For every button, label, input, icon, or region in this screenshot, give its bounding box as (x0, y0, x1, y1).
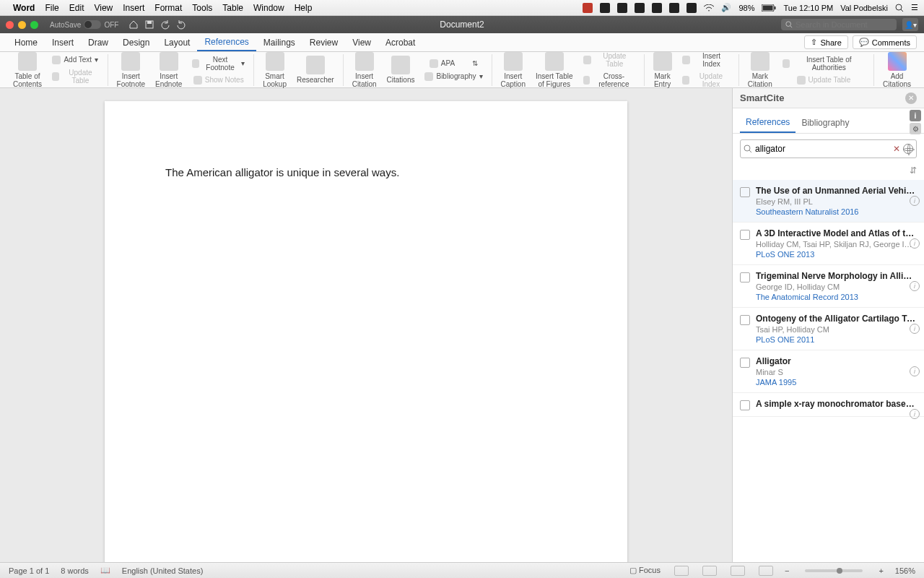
tab-review[interactable]: Review (302, 33, 345, 51)
spellcheck-icon[interactable]: 📖 (100, 566, 110, 575)
result-info-button[interactable]: i (910, 196, 920, 206)
window-close-button[interactable] (6, 21, 14, 29)
redo-icon[interactable] (176, 20, 186, 30)
mark-citation-button[interactable]: Mark Citation (745, 51, 775, 90)
window-minimize-button[interactable] (18, 21, 26, 29)
undo-icon[interactable] (160, 20, 170, 30)
smartcite-add-citations-button[interactable]: Add Citations (880, 51, 914, 90)
tray-icon[interactable] (669, 3, 679, 13)
reference-result[interactable]: A simple x-ray monochromator based …i (733, 393, 924, 417)
page-indicator[interactable]: Page 1 of 1 (9, 566, 49, 575)
tab-insert[interactable]: Insert (45, 33, 81, 51)
word-count[interactable]: 8 words (61, 566, 89, 575)
insert-endnote-button[interactable]: Insert Endnote (152, 51, 185, 90)
result-checkbox[interactable] (740, 400, 750, 410)
result-info-button[interactable]: i (910, 281, 920, 291)
battery-icon[interactable] (762, 4, 776, 12)
view-outline-button[interactable] (731, 566, 745, 576)
results-list[interactable]: The Use of an Unmanned Aerial Vehicl…Els… (733, 180, 924, 562)
insert-citation-button[interactable]: Insert Citation (349, 51, 380, 90)
tab-draw[interactable]: Draw (81, 33, 116, 51)
account-button[interactable]: 👤▾ (902, 18, 918, 31)
volume-icon[interactable]: 🔊 (721, 3, 731, 12)
update-table2-button[interactable]: Update Table (580, 51, 638, 69)
result-checkbox[interactable] (740, 358, 750, 368)
table-of-contents-button[interactable]: Table of Contents (10, 51, 45, 90)
result-info-button[interactable]: i (910, 238, 920, 249)
menu-insert[interactable]: Insert (123, 3, 144, 13)
update-index-button[interactable]: Update Index (679, 71, 733, 90)
view-web-button[interactable] (702, 566, 717, 576)
citations-button[interactable]: Citations (384, 54, 418, 85)
home-icon[interactable] (128, 20, 139, 30)
info-icon[interactable]: i (910, 110, 921, 121)
panel-tab-references[interactable]: References (740, 113, 796, 133)
tab-mailings[interactable]: Mailings (256, 33, 302, 51)
bibliography-button[interactable]: Bibliography▾ (422, 71, 485, 82)
reference-result[interactable]: Trigeminal Nerve Morphology in Alligat…G… (733, 265, 924, 308)
zoom-out-button[interactable]: − (785, 566, 789, 575)
tray-icon[interactable] (687, 3, 697, 13)
tray-icon[interactable] (617, 3, 627, 13)
wifi-icon[interactable] (704, 4, 714, 12)
tab-home[interactable]: Home (7, 33, 45, 51)
tray-icon[interactable] (583, 3, 593, 13)
reference-result[interactable]: A 3D Interactive Model and Atlas of the…… (733, 223, 924, 265)
menu-window[interactable]: Window (253, 3, 284, 13)
menu-format[interactable]: Format (154, 3, 182, 13)
menu-file[interactable]: File (45, 3, 58, 13)
search-icon[interactable] (895, 4, 904, 12)
reference-result[interactable]: Ontogeny of the Alligator Cartilago Tra…… (733, 308, 924, 350)
save-icon[interactable] (144, 20, 154, 30)
show-notes-button[interactable]: Show Notes (189, 74, 248, 86)
search-document-box[interactable] (781, 19, 897, 30)
result-info-button[interactable]: i (910, 366, 920, 376)
menu-edit[interactable]: Edit (69, 3, 84, 13)
result-checkbox[interactable] (740, 230, 750, 240)
researcher-button[interactable]: Researcher (294, 54, 337, 85)
result-checkbox[interactable] (740, 272, 750, 282)
menu-icon[interactable]: ☰ (911, 3, 918, 12)
window-zoom-button[interactable] (30, 21, 38, 29)
citation-style-select[interactable]: APA⇅ (422, 58, 485, 69)
gear-icon[interactable]: ⚙ (910, 123, 921, 134)
sort-icon[interactable]: ⇵ (910, 165, 917, 176)
panel-tab-bibliography[interactable]: Bibliography (796, 113, 855, 132)
add-text-button[interactable]: Add Text▾ (49, 54, 102, 66)
toggle-pill[interactable] (84, 20, 101, 29)
panel-close-button[interactable]: ✕ (905, 92, 917, 104)
clock[interactable]: Tue 12:10 PM (783, 4, 833, 12)
next-footnote-button[interactable]: Next Footnote▾ (189, 54, 248, 73)
result-info-button[interactable]: i (910, 409, 920, 419)
language-indicator[interactable]: English (United States) (122, 566, 204, 575)
update-table-button[interactable]: Update Table (49, 67, 102, 86)
reference-result[interactable]: AlligatorMinar SJAMA 1995i (733, 350, 924, 393)
tab-layout[interactable]: Layout (157, 33, 197, 51)
comments-button[interactable]: 💬Comments (853, 35, 917, 49)
insert-toa-button[interactable]: Insert Table of Authorities (780, 54, 868, 73)
result-checkbox[interactable] (740, 187, 750, 197)
search-document-input[interactable] (796, 20, 892, 29)
document-scroll[interactable]: The American alligator is unique in seve… (0, 88, 732, 562)
tab-references[interactable]: References (197, 33, 256, 51)
tray-icon[interactable] (600, 3, 610, 13)
update-toa-button[interactable]: Update Table (780, 74, 868, 86)
cross-reference-button[interactable]: Cross-reference (580, 71, 638, 90)
share-button[interactable]: ⇧Share (804, 35, 847, 49)
user-name[interactable]: Val Podbelski (840, 4, 888, 12)
menu-help[interactable]: Help (295, 3, 313, 13)
tray-icon[interactable] (635, 3, 645, 13)
insert-tof-button[interactable]: Insert Table of Figures (533, 51, 576, 90)
menu-view[interactable]: View (94, 3, 113, 13)
tab-design[interactable]: Design (116, 33, 157, 51)
document-text[interactable]: The American alligator is unique in seve… (165, 166, 399, 178)
smart-lookup-button[interactable]: Smart Lookup (260, 51, 289, 90)
search-input[interactable] (755, 144, 890, 154)
app-name[interactable]: Word (13, 3, 35, 13)
zoom-slider[interactable] (805, 569, 863, 572)
focus-mode-button[interactable]: ▢ Focus (629, 566, 661, 575)
insert-caption-button[interactable]: Insert Caption (498, 51, 528, 90)
insert-index-button[interactable]: Insert Index (679, 51, 733, 69)
menu-table[interactable]: Table (222, 3, 243, 13)
view-draft-button[interactable] (759, 566, 773, 576)
